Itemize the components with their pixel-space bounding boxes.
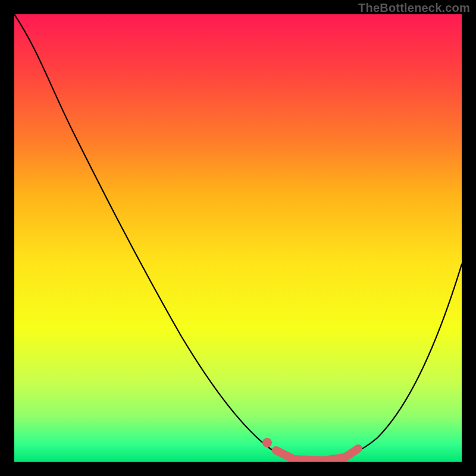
optimal-range-marker (276, 449, 358, 461)
watermark-text: TheBottleneck.com (358, 1, 470, 15)
optimal-point-dot (262, 438, 272, 447)
chart-container: TheBottleneck.com (0, 0, 476, 476)
curve-svg (14, 14, 462, 462)
bottleneck-curve (14, 14, 462, 461)
plot-area (14, 14, 462, 462)
